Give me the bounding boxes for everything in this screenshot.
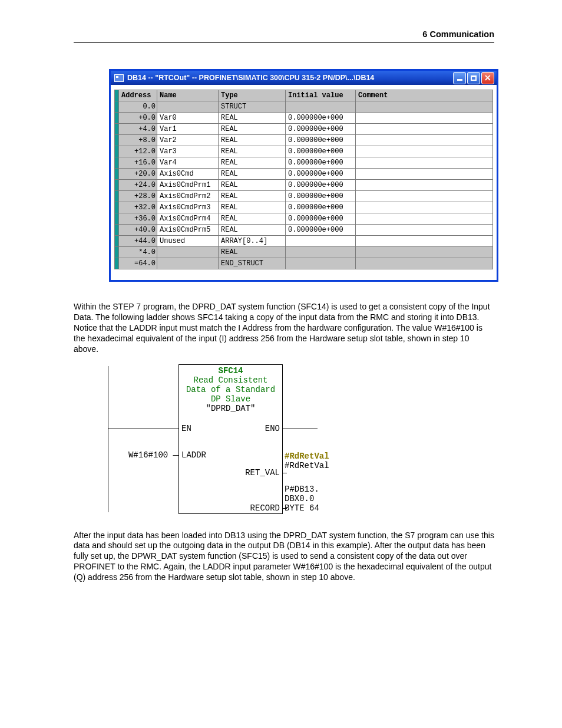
laddr-port: LADDR xyxy=(181,450,206,460)
en-port: EN xyxy=(181,424,191,433)
col-comment: Comment xyxy=(356,90,493,101)
retval-output: #RdRetVal #RdRetVal xyxy=(282,452,329,470)
table-row[interactable]: +32.0Axis0CmdPrm3REAL0.000000e+000 xyxy=(115,202,493,213)
app-icon xyxy=(114,74,124,82)
db-table: Address Name Type Initial value Comment … xyxy=(114,90,493,269)
sfc14-block: SFC14 Read Consistent Data of a Standard… xyxy=(178,364,283,514)
table-row[interactable]: +4.0Var1REAL0.000000e+000 xyxy=(115,124,493,135)
left-rail xyxy=(108,366,108,512)
table-row[interactable]: +40.0Axis0CmdPrm5REAL0.000000e+000 xyxy=(115,225,493,236)
col-initial: Initial value xyxy=(286,90,356,101)
eno-port: ENO xyxy=(265,424,280,433)
laddr-value: W#16#100 — xyxy=(128,450,179,460)
table-header-row: Address Name Type Initial value Comment xyxy=(115,90,493,101)
page-header: 6 Communication xyxy=(74,29,494,43)
block-sub1: Read Consistent xyxy=(179,375,282,385)
ladder-diagram: SFC14 Read Consistent Data of a Standard… xyxy=(108,364,355,514)
table-row[interactable]: +24.0Axis0CmdPrm1REAL0.000000e+000 xyxy=(115,180,493,191)
table-row[interactable]: *4.0REAL xyxy=(115,247,493,258)
block-id: SFC14 xyxy=(179,366,282,375)
titlebar: DB14 -- "RTCOut" -- PROFINET\SIMATIC 300… xyxy=(111,71,497,85)
laddr-tick xyxy=(174,455,179,456)
col-address: Address xyxy=(119,90,157,101)
retval-tick xyxy=(282,473,287,473)
block-sub3: DP Slave xyxy=(179,394,282,404)
en-wire xyxy=(108,429,179,429)
record-port: RECORD xyxy=(250,503,280,513)
col-name: Name xyxy=(157,90,219,101)
table-row[interactable]: +12.0Var3REAL0.000000e+000 xyxy=(115,146,493,157)
record-output: P#DB13. DBX0.0 BYTE 64 xyxy=(282,485,319,513)
section-title: 6 Communication xyxy=(422,29,494,39)
block-sub2: Data of a Standard xyxy=(179,385,282,394)
window-title: DB14 -- "RTCOut" -- PROFINET\SIMATIC 300… xyxy=(127,74,453,82)
maximize-button[interactable] xyxy=(467,72,480,84)
table-row[interactable]: +20.0Axis0CmdREAL0.000000e+000 xyxy=(115,169,493,180)
close-icon: ✕ xyxy=(484,74,491,82)
table-row[interactable]: +16.0Var4REAL0.000000e+000 xyxy=(115,157,493,169)
eno-wire xyxy=(282,429,318,429)
db-editor-window: DB14 -- "RTCOut" -- PROFINET\SIMATIC 300… xyxy=(109,69,498,282)
maximize-icon xyxy=(471,75,477,81)
col-type: Type xyxy=(219,90,286,101)
minimize-icon xyxy=(457,79,462,81)
close-button[interactable]: ✕ xyxy=(481,72,494,84)
table-row[interactable]: +36.0Axis0CmdPrm4REAL0.000000e+000 xyxy=(115,213,493,225)
table-row[interactable]: =64.0END_STRUCT xyxy=(115,258,493,269)
table-row[interactable]: +44.0UnusedARRAY[0..4] xyxy=(115,236,493,247)
paragraph-2: After the input data has been loaded int… xyxy=(74,531,494,584)
minimize-button[interactable] xyxy=(453,72,466,84)
block-name: "DPRD_DAT" xyxy=(179,404,282,413)
table-row[interactable]: +8.0Var2REAL0.000000e+000 xyxy=(115,135,493,146)
retval-port: RET_VAL xyxy=(245,468,280,477)
table-row[interactable]: 0.0STRUCT xyxy=(115,101,493,113)
table-row[interactable]: +28.0Axis0CmdPrm2REAL0.000000e+000 xyxy=(115,191,493,202)
paragraph-1: Within the STEP 7 program, the DPRD_DAT … xyxy=(74,302,494,355)
table-row[interactable]: +0.0Var0REAL0.000000e+000 xyxy=(115,113,493,124)
